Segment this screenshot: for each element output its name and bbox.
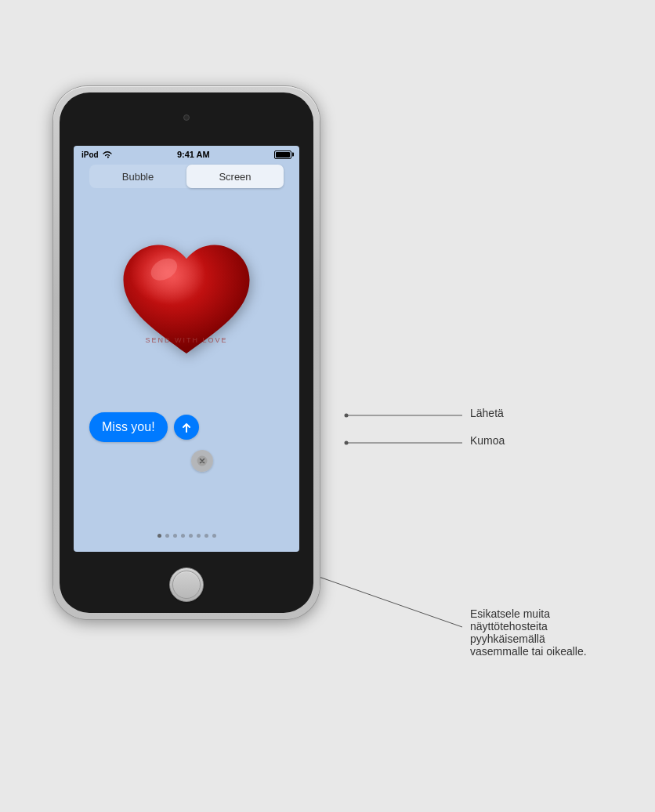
cancel-annotation: Kumoa: [470, 433, 505, 448]
home-button-inner: [172, 571, 201, 599]
status-carrier: iPod: [81, 150, 113, 159]
svg-point-3: [345, 414, 349, 418]
message-bubble: Miss you!: [89, 412, 168, 442]
send-annotation-label: Lähetä: [470, 407, 504, 419]
send-button[interactable]: [174, 415, 199, 440]
dot-6: [197, 534, 201, 538]
device-face: iPod 9:41 AM: [60, 92, 313, 613]
send-with-love-label: SEND WITH LOVE: [116, 336, 257, 344]
dots-annotation-line1: Esikatsele muita: [470, 607, 587, 620]
dot-2: [165, 534, 169, 538]
heart-shape: SEND WITH LOVE: [116, 234, 257, 368]
device-body: iPod 9:41 AM: [53, 86, 320, 619]
tab-bar: Bubble Screen: [89, 165, 284, 188]
close-icon: [197, 455, 208, 466]
dot-4: [181, 534, 185, 538]
send-arrow-icon: [180, 421, 193, 433]
wifi-icon: [102, 150, 113, 159]
page-dots[interactable]: [74, 534, 299, 538]
heart-animation-area: SEND WITH LOVE: [74, 191, 299, 411]
dot-7: [204, 534, 208, 538]
carrier-label: iPod: [81, 150, 99, 159]
message-area: Miss you!: [74, 412, 299, 442]
tab-bubble[interactable]: Bubble: [89, 165, 186, 188]
send-annotation: Lähetä: [470, 406, 504, 420]
dot-3: [173, 534, 177, 538]
battery-fill: [276, 152, 290, 158]
cancel-button[interactable]: [191, 450, 213, 472]
dot-1: [157, 534, 161, 538]
dots-annotation-line4: vasemmalle tai oikealle.: [470, 645, 587, 658]
tab-screen[interactable]: Screen: [186, 165, 284, 188]
status-time: 9:41 AM: [177, 150, 210, 159]
battery-icon: [274, 150, 291, 159]
cancel-annotation-label: Kumoa: [470, 434, 505, 447]
dots-annotation-line3: pyyhkäisemällä: [470, 633, 587, 645]
svg-point-4: [345, 441, 349, 445]
device-screen: iPod 9:41 AM: [74, 146, 299, 552]
dots-annotation: Esikatsele muita näyttötehosteita pyyhkä…: [470, 607, 587, 658]
dots-annotation-line2: näyttötehosteita: [470, 620, 587, 633]
home-button[interactable]: [169, 567, 204, 602]
svg-line-2: [306, 572, 462, 627]
status-bar: iPod 9:41 AM: [74, 146, 299, 163]
dot-5: [189, 534, 193, 538]
status-battery: [274, 150, 291, 159]
dot-8: [212, 534, 216, 538]
front-camera: [183, 114, 190, 121]
